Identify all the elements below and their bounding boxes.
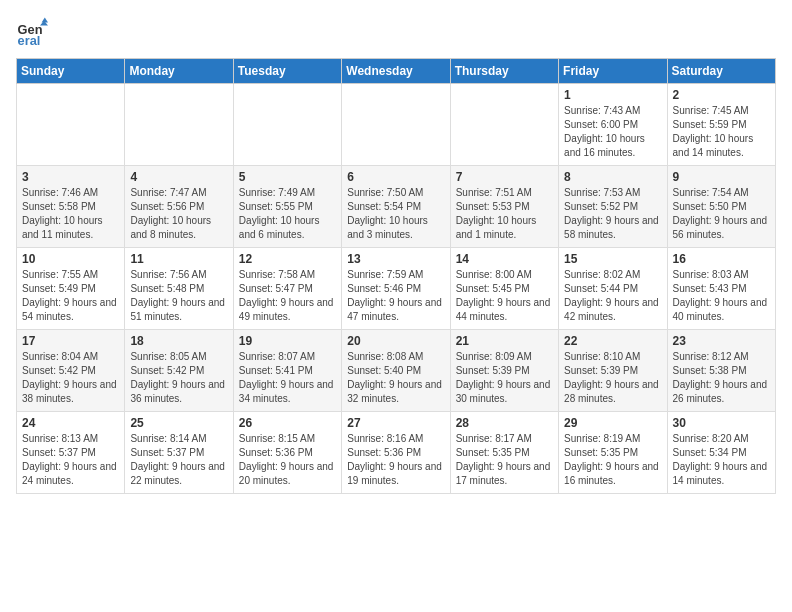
calendar-cell <box>125 84 233 166</box>
day-number: 25 <box>130 416 227 430</box>
day-number: 8 <box>564 170 661 184</box>
day-number: 20 <box>347 334 444 348</box>
day-header-saturday: Saturday <box>667 59 775 84</box>
calendar-cell: 19Sunrise: 8:07 AM Sunset: 5:41 PM Dayli… <box>233 330 341 412</box>
day-header-sunday: Sunday <box>17 59 125 84</box>
calendar-cell: 4Sunrise: 7:47 AM Sunset: 5:56 PM Daylig… <box>125 166 233 248</box>
day-info: Sunrise: 7:43 AM Sunset: 6:00 PM Dayligh… <box>564 104 661 160</box>
day-info: Sunrise: 8:07 AM Sunset: 5:41 PM Dayligh… <box>239 350 336 406</box>
day-number: 1 <box>564 88 661 102</box>
calendar-cell: 20Sunrise: 8:08 AM Sunset: 5:40 PM Dayli… <box>342 330 450 412</box>
calendar-cell <box>450 84 558 166</box>
page-header: Gen eral <box>16 16 776 48</box>
day-info: Sunrise: 7:55 AM Sunset: 5:49 PM Dayligh… <box>22 268 119 324</box>
day-info: Sunrise: 8:04 AM Sunset: 5:42 PM Dayligh… <box>22 350 119 406</box>
calendar-cell: 5Sunrise: 7:49 AM Sunset: 5:55 PM Daylig… <box>233 166 341 248</box>
day-header-tuesday: Tuesday <box>233 59 341 84</box>
calendar-cell: 13Sunrise: 7:59 AM Sunset: 5:46 PM Dayli… <box>342 248 450 330</box>
day-info: Sunrise: 8:09 AM Sunset: 5:39 PM Dayligh… <box>456 350 553 406</box>
calendar-header: SundayMondayTuesdayWednesdayThursdayFrid… <box>17 59 776 84</box>
day-number: 5 <box>239 170 336 184</box>
day-header-thursday: Thursday <box>450 59 558 84</box>
calendar-cell: 23Sunrise: 8:12 AM Sunset: 5:38 PM Dayli… <box>667 330 775 412</box>
day-number: 10 <box>22 252 119 266</box>
calendar-cell: 30Sunrise: 8:20 AM Sunset: 5:34 PM Dayli… <box>667 412 775 494</box>
day-info: Sunrise: 8:12 AM Sunset: 5:38 PM Dayligh… <box>673 350 770 406</box>
calendar-cell: 12Sunrise: 7:58 AM Sunset: 5:47 PM Dayli… <box>233 248 341 330</box>
day-info: Sunrise: 8:13 AM Sunset: 5:37 PM Dayligh… <box>22 432 119 488</box>
day-info: Sunrise: 7:47 AM Sunset: 5:56 PM Dayligh… <box>130 186 227 242</box>
calendar-cell: 27Sunrise: 8:16 AM Sunset: 5:36 PM Dayli… <box>342 412 450 494</box>
calendar-week-5: 24Sunrise: 8:13 AM Sunset: 5:37 PM Dayli… <box>17 412 776 494</box>
day-number: 12 <box>239 252 336 266</box>
day-number: 24 <box>22 416 119 430</box>
day-info: Sunrise: 8:20 AM Sunset: 5:34 PM Dayligh… <box>673 432 770 488</box>
day-number: 11 <box>130 252 227 266</box>
calendar-cell <box>342 84 450 166</box>
day-number: 21 <box>456 334 553 348</box>
calendar-week-4: 17Sunrise: 8:04 AM Sunset: 5:42 PM Dayli… <box>17 330 776 412</box>
calendar-cell: 15Sunrise: 8:02 AM Sunset: 5:44 PM Dayli… <box>559 248 667 330</box>
day-info: Sunrise: 7:49 AM Sunset: 5:55 PM Dayligh… <box>239 186 336 242</box>
calendar-cell: 3Sunrise: 7:46 AM Sunset: 5:58 PM Daylig… <box>17 166 125 248</box>
day-number: 14 <box>456 252 553 266</box>
calendar-cell: 29Sunrise: 8:19 AM Sunset: 5:35 PM Dayli… <box>559 412 667 494</box>
svg-marker-2 <box>42 18 48 23</box>
day-number: 2 <box>673 88 770 102</box>
calendar-cell: 16Sunrise: 8:03 AM Sunset: 5:43 PM Dayli… <box>667 248 775 330</box>
calendar-cell: 17Sunrise: 8:04 AM Sunset: 5:42 PM Dayli… <box>17 330 125 412</box>
day-info: Sunrise: 8:14 AM Sunset: 5:37 PM Dayligh… <box>130 432 227 488</box>
day-info: Sunrise: 7:45 AM Sunset: 5:59 PM Dayligh… <box>673 104 770 160</box>
calendar-cell: 6Sunrise: 7:50 AM Sunset: 5:54 PM Daylig… <box>342 166 450 248</box>
day-info: Sunrise: 8:19 AM Sunset: 5:35 PM Dayligh… <box>564 432 661 488</box>
day-number: 19 <box>239 334 336 348</box>
calendar-cell <box>17 84 125 166</box>
day-number: 16 <box>673 252 770 266</box>
calendar-cell: 7Sunrise: 7:51 AM Sunset: 5:53 PM Daylig… <box>450 166 558 248</box>
day-number: 28 <box>456 416 553 430</box>
day-header-wednesday: Wednesday <box>342 59 450 84</box>
calendar-cell: 14Sunrise: 8:00 AM Sunset: 5:45 PM Dayli… <box>450 248 558 330</box>
calendar-cell: 1Sunrise: 7:43 AM Sunset: 6:00 PM Daylig… <box>559 84 667 166</box>
calendar-week-3: 10Sunrise: 7:55 AM Sunset: 5:49 PM Dayli… <box>17 248 776 330</box>
day-info: Sunrise: 7:54 AM Sunset: 5:50 PM Dayligh… <box>673 186 770 242</box>
day-number: 6 <box>347 170 444 184</box>
calendar-cell: 18Sunrise: 8:05 AM Sunset: 5:42 PM Dayli… <box>125 330 233 412</box>
day-info: Sunrise: 8:15 AM Sunset: 5:36 PM Dayligh… <box>239 432 336 488</box>
calendar-body: 1Sunrise: 7:43 AM Sunset: 6:00 PM Daylig… <box>17 84 776 494</box>
day-info: Sunrise: 8:16 AM Sunset: 5:36 PM Dayligh… <box>347 432 444 488</box>
day-info: Sunrise: 8:10 AM Sunset: 5:39 PM Dayligh… <box>564 350 661 406</box>
logo-icon: Gen eral <box>16 16 48 48</box>
day-number: 9 <box>673 170 770 184</box>
day-number: 30 <box>673 416 770 430</box>
calendar-cell: 22Sunrise: 8:10 AM Sunset: 5:39 PM Dayli… <box>559 330 667 412</box>
calendar-cell: 28Sunrise: 8:17 AM Sunset: 5:35 PM Dayli… <box>450 412 558 494</box>
day-info: Sunrise: 7:59 AM Sunset: 5:46 PM Dayligh… <box>347 268 444 324</box>
day-number: 26 <box>239 416 336 430</box>
day-number: 23 <box>673 334 770 348</box>
calendar-cell <box>233 84 341 166</box>
day-info: Sunrise: 7:51 AM Sunset: 5:53 PM Dayligh… <box>456 186 553 242</box>
day-info: Sunrise: 8:00 AM Sunset: 5:45 PM Dayligh… <box>456 268 553 324</box>
day-number: 29 <box>564 416 661 430</box>
day-number: 27 <box>347 416 444 430</box>
day-number: 13 <box>347 252 444 266</box>
calendar-week-2: 3Sunrise: 7:46 AM Sunset: 5:58 PM Daylig… <box>17 166 776 248</box>
day-number: 17 <box>22 334 119 348</box>
day-info: Sunrise: 8:08 AM Sunset: 5:40 PM Dayligh… <box>347 350 444 406</box>
day-info: Sunrise: 7:53 AM Sunset: 5:52 PM Dayligh… <box>564 186 661 242</box>
day-number: 3 <box>22 170 119 184</box>
calendar-cell: 26Sunrise: 8:15 AM Sunset: 5:36 PM Dayli… <box>233 412 341 494</box>
calendar-table: SundayMondayTuesdayWednesdayThursdayFrid… <box>16 58 776 494</box>
day-number: 22 <box>564 334 661 348</box>
calendar-cell: 25Sunrise: 8:14 AM Sunset: 5:37 PM Dayli… <box>125 412 233 494</box>
calendar-cell: 8Sunrise: 7:53 AM Sunset: 5:52 PM Daylig… <box>559 166 667 248</box>
calendar-cell: 9Sunrise: 7:54 AM Sunset: 5:50 PM Daylig… <box>667 166 775 248</box>
calendar-cell: 10Sunrise: 7:55 AM Sunset: 5:49 PM Dayli… <box>17 248 125 330</box>
day-info: Sunrise: 7:46 AM Sunset: 5:58 PM Dayligh… <box>22 186 119 242</box>
calendar-cell: 11Sunrise: 7:56 AM Sunset: 5:48 PM Dayli… <box>125 248 233 330</box>
day-header-monday: Monday <box>125 59 233 84</box>
calendar-week-1: 1Sunrise: 7:43 AM Sunset: 6:00 PM Daylig… <box>17 84 776 166</box>
calendar-cell: 21Sunrise: 8:09 AM Sunset: 5:39 PM Dayli… <box>450 330 558 412</box>
day-info: Sunrise: 7:56 AM Sunset: 5:48 PM Dayligh… <box>130 268 227 324</box>
